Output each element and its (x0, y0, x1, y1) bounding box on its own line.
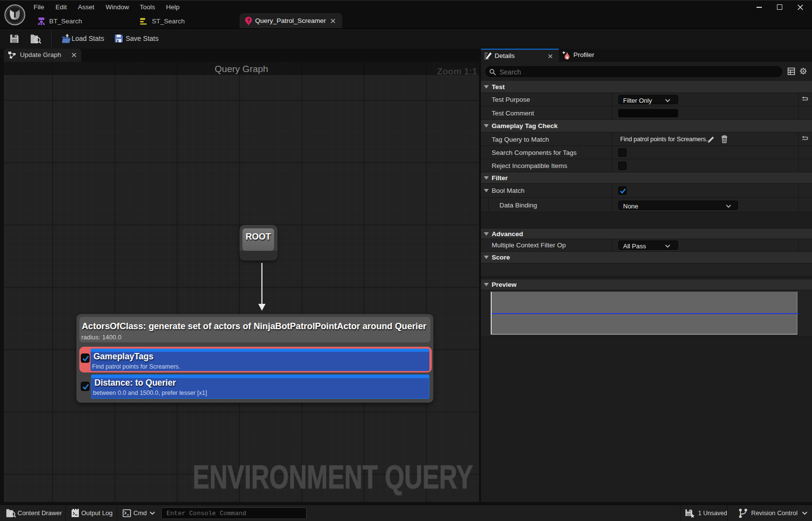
svg-text:?: ? (247, 18, 250, 23)
